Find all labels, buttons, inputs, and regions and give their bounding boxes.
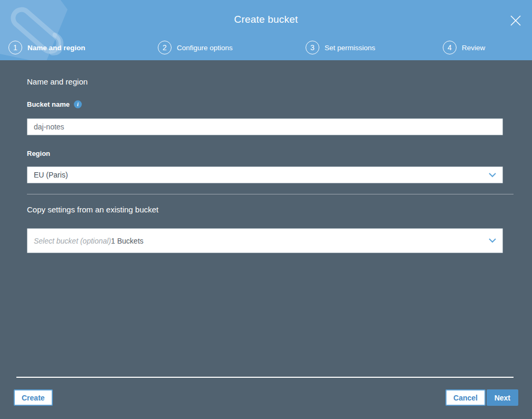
footer-divider <box>16 377 514 378</box>
step-number-badge: 1 <box>8 41 22 54</box>
step-configure-options[interactable]: 2 Configure options <box>158 40 233 55</box>
step-name-and-region[interactable]: 1 Name and region <box>8 40 86 55</box>
step-label: Name and region <box>27 44 86 52</box>
step-label: Configure options <box>177 44 233 52</box>
bucket-name-input[interactable] <box>27 118 503 135</box>
cancel-button[interactable]: Cancel <box>445 389 486 406</box>
step-number-badge: 3 <box>306 41 319 54</box>
region-label: Region <box>27 150 50 157</box>
close-icon[interactable] <box>509 14 522 27</box>
next-button[interactable]: Next <box>487 389 518 406</box>
step-label: Review <box>462 44 485 52</box>
chevron-down-icon <box>489 238 496 243</box>
info-icon[interactable]: i <box>74 100 82 108</box>
dialog-header: Create bucket 1 Name and region 2 Config… <box>0 0 532 60</box>
step-review[interactable]: 4 Review <box>443 40 485 55</box>
bucket-select-placeholder: Select bucket (optional) <box>34 237 111 245</box>
page-title: Create bucket <box>0 14 532 25</box>
step-number-badge: 4 <box>443 41 457 54</box>
bucket-name-label: Bucket name i <box>27 100 82 108</box>
region-select[interactable]: EU (Paris) <box>27 166 503 183</box>
chevron-down-icon <box>489 173 496 178</box>
copy-settings-title: Copy settings from an existing bucket <box>27 205 158 214</box>
create-button[interactable]: Create <box>14 389 53 406</box>
step-set-permissions[interactable]: 3 Set permissions <box>306 40 375 55</box>
bucket-count-text: 1 Buckets <box>111 237 143 245</box>
section-divider <box>27 194 514 194</box>
step-number-badge: 2 <box>158 41 172 54</box>
step-label: Set permissions <box>325 44 375 52</box>
create-bucket-dialog: Create bucket 1 Name and region 2 Config… <box>0 0 532 419</box>
copy-settings-bucket-select[interactable]: Select bucket (optional) 1 Buckets <box>27 228 503 253</box>
region-selected-value: EU (Paris) <box>34 171 68 179</box>
section-title-name-and-region: Name and region <box>27 77 88 86</box>
